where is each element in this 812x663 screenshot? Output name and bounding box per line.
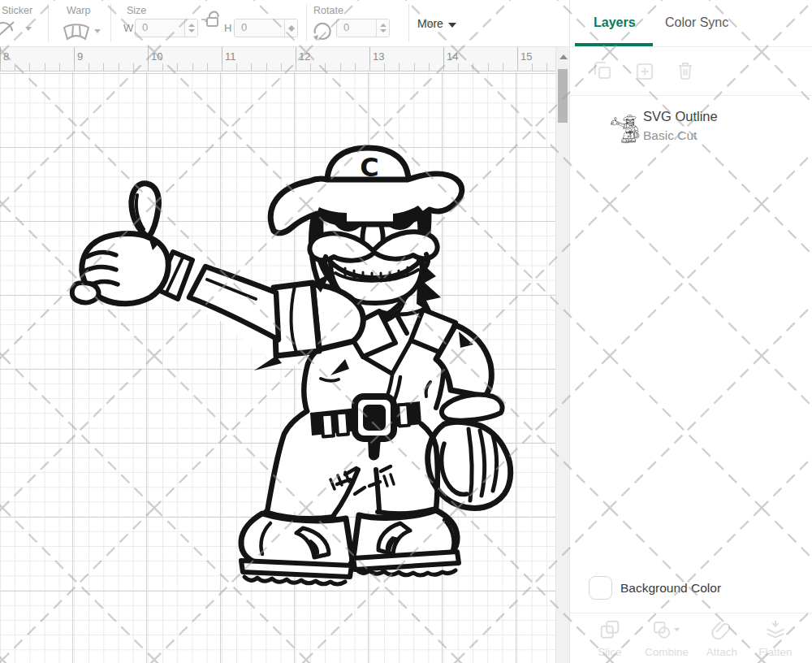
attach-button[interactable]: Attach: [693, 619, 750, 658]
width-stepper[interactable]: [184, 20, 197, 37]
ruler-mark: 10: [148, 50, 162, 63]
edit-toolbar: Sticker Warp Size W H Rotate: [0, 0, 569, 47]
scrollbar-thumb[interactable]: [558, 69, 568, 123]
add-layer-icon[interactable]: [635, 60, 654, 84]
ruler-mark: 9: [74, 50, 83, 63]
rotate-input[interactable]: [336, 19, 390, 37]
tab-color-sync[interactable]: Color Sync: [665, 15, 728, 30]
sticker-section-label: Sticker: [2, 5, 32, 16]
slice-icon: [599, 619, 620, 640]
rotate-icon[interactable]: [312, 21, 333, 46]
warp-section-label: Warp: [67, 5, 90, 16]
active-tab-indicator: [575, 43, 653, 46]
scroll-up-button[interactable]: [556, 47, 570, 67]
tab-layers[interactable]: Layers: [594, 15, 636, 30]
background-color-swatch[interactable]: [589, 576, 612, 600]
duplicate-layer-icon[interactable]: [593, 60, 612, 84]
toolbar-divider: [48, 4, 49, 41]
layers-panel: Layers Color Sync SVG: [569, 0, 812, 663]
ruler-mark: 14: [443, 50, 458, 63]
canvas-artwork-mascot[interactable]: [69, 138, 524, 601]
layer-row-svg-outline[interactable]: SVG Outline Basic Cut: [570, 104, 812, 153]
combine-icon: [652, 619, 681, 640]
layer-actions-bar: Slice Combine Attach Flatten: [570, 613, 812, 663]
delete-layer-icon[interactable]: [676, 60, 695, 84]
toolbar-divider: [306, 4, 307, 41]
ruler-mark: 11: [222, 50, 236, 63]
toolbar-divider: [110, 4, 111, 41]
flatten-icon: [765, 619, 786, 640]
sticker-caret-icon[interactable]: [25, 27, 32, 31]
scroll-up-icon: [559, 54, 568, 59]
more-caret-icon: [448, 23, 456, 28]
background-color-row: Background Color: [570, 569, 812, 613]
layer-thumbnail: [611, 110, 640, 148]
sticker-pen-icon[interactable]: [0, 20, 20, 44]
layer-name: SVG Outline: [643, 109, 718, 124]
layer-tools-row: [570, 47, 812, 96]
background-color-label: Background Color: [620, 581, 721, 596]
attach-icon: [711, 619, 732, 640]
ruler-minor-ticks: [0, 63, 555, 71]
layer-cut-type: Basic Cut: [643, 128, 697, 143]
ruler-mark: 13: [369, 50, 384, 63]
rotate-section-label: Rotate: [313, 5, 343, 16]
panel-tabs-header: Layers Color Sync: [570, 0, 812, 47]
design-canvas[interactable]: [0, 72, 555, 663]
warp-caret-icon[interactable]: [94, 29, 101, 33]
height-input[interactable]: [234, 19, 298, 37]
rotate-stepper[interactable]: [376, 20, 389, 37]
horizontal-ruler: 8 9 10 11 12 13 14 15: [0, 47, 555, 72]
size-section-label: Size: [127, 5, 146, 16]
toolbar-divider: [408, 4, 409, 41]
flatten-button[interactable]: Flatten: [747, 619, 804, 658]
ruler-mark: 15: [517, 50, 532, 63]
combine-button[interactable]: Combine: [638, 619, 695, 658]
height-label: H: [224, 22, 231, 34]
warp-icon[interactable]: [62, 23, 91, 44]
ruler-mark: 8: [0, 50, 9, 63]
ruler-mark: 12: [296, 50, 310, 63]
canvas-vertical-scrollbar[interactable]: [555, 47, 569, 663]
more-button[interactable]: More: [417, 17, 456, 30]
height-stepper[interactable]: [284, 20, 297, 37]
slice-button[interactable]: Slice: [581, 619, 638, 658]
lock-aspect-icon[interactable]: [201, 9, 225, 32]
width-input[interactable]: [135, 19, 198, 37]
combine-caret-icon: [674, 628, 680, 632]
width-label: W: [123, 22, 133, 34]
